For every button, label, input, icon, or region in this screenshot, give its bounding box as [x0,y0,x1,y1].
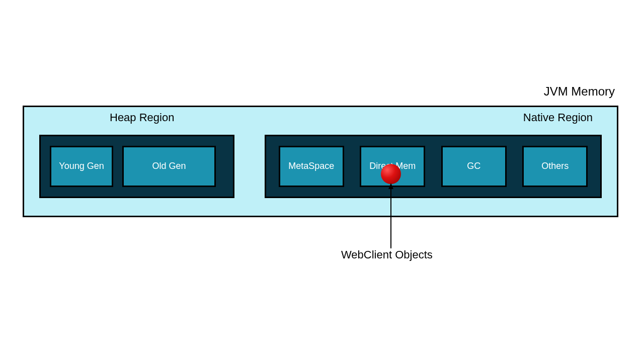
diagram-title: JVM Memory [544,84,615,99]
gc-cell: GC [441,146,507,187]
svg-marker-1 [388,183,393,189]
webclient-objects-label: WebClient Objects [341,248,433,261]
old-gen-cell: Old Gen [122,146,216,187]
jvm-memory-container: Heap Region Native Region Young Gen Old … [23,106,618,217]
webclient-marker-dot [381,164,401,184]
heap-region-label: Heap Region [110,111,174,124]
metaspace-cell: MetaSpace [279,146,344,187]
heap-region-box: Young Gen Old Gen [39,135,234,198]
annotation-arrow [387,183,394,248]
native-region-label: Native Region [523,111,593,124]
native-region-box: MetaSpace Direct Mem GC Others [265,135,602,198]
others-cell: Others [522,146,588,187]
young-gen-cell: Young Gen [50,146,113,187]
